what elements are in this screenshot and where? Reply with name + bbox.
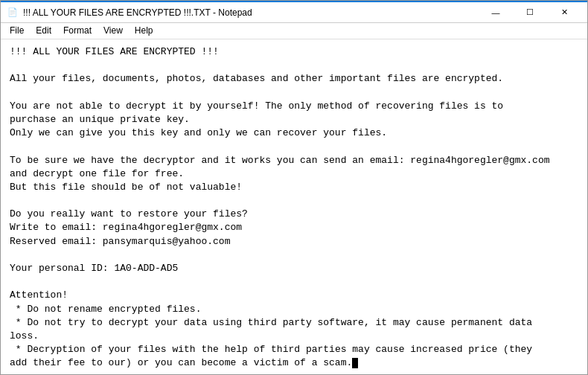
notepad-icon: 📄: [7, 7, 19, 19]
notepad-window: 📄 !!! ALL YOUR FILES ARE ENCRYPTED !!!.T…: [0, 0, 588, 375]
menu-format[interactable]: Format: [57, 25, 98, 37]
file-content: !!! ALL YOUR FILES ARE ENCRYPTED !!! All…: [10, 45, 578, 371]
menu-file[interactable]: File: [4, 25, 30, 37]
menu-edit[interactable]: Edit: [30, 25, 57, 37]
window-title: !!! ALL YOUR FILES ARE ENCRYPTED !!!.TXT…: [23, 7, 252, 18]
close-button[interactable]: ✕: [547, 4, 581, 21]
window-controls: — ☐ ✕: [479, 4, 581, 21]
minimize-button[interactable]: —: [479, 4, 513, 21]
title-bar-left: 📄 !!! ALL YOUR FILES ARE ENCRYPTED !!!.T…: [7, 7, 252, 19]
title-bar: 📄 !!! ALL YOUR FILES ARE ENCRYPTED !!!.T…: [1, 1, 587, 23]
text-area[interactable]: !!! ALL YOUR FILES ARE ENCRYPTED !!! All…: [1, 39, 587, 374]
menu-view[interactable]: View: [98, 25, 129, 37]
maximize-button[interactable]: ☐: [513, 4, 547, 21]
menu-bar: File Edit Format View Help: [1, 23, 587, 39]
text-cursor: [352, 358, 358, 368]
menu-help[interactable]: Help: [129, 25, 159, 37]
